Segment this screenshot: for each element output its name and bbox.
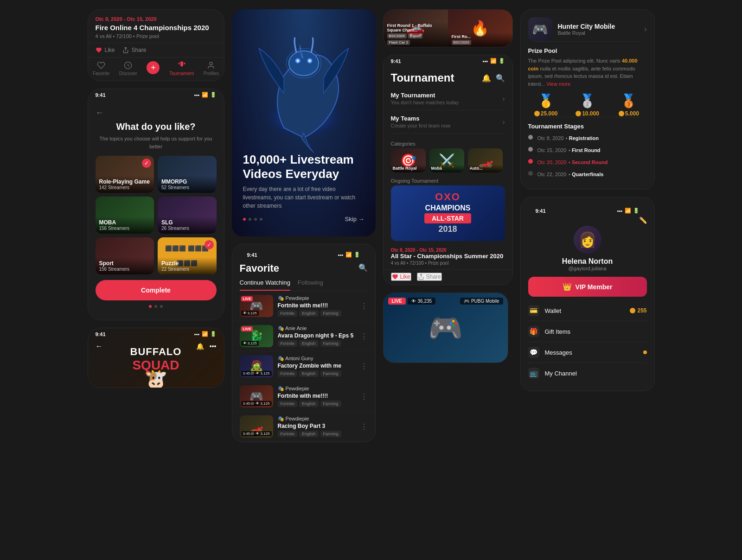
wallet-menu-item[interactable]: 💳 Wallet 255	[528, 300, 647, 321]
banner-content: OXO CHAMPIONS ALL-STAR 2018	[391, 185, 505, 240]
my-teams-info: My Teams Create your first team now	[391, 115, 451, 128]
hunter-city-card: 🎮 Hunter City Mobile Battle Royal › Priz…	[520, 9, 655, 190]
add-plus-icon: +	[147, 61, 160, 74]
share-button[interactable]: Share	[122, 47, 147, 53]
like-label: Like	[105, 47, 115, 53]
genre-rpg[interactable]: Role-Playing Game 142 Streamers ✓	[96, 156, 154, 193]
gift-menu-item[interactable]: 🎁 Gift Items	[528, 321, 647, 342]
signal-3: ▪▪▪	[194, 331, 200, 337]
genre-sport-name: Sport	[99, 260, 151, 267]
stream-item-2: 🐉 LIVE 👁 3,125 🎭 Anie Anie Avara Dragon …	[232, 321, 375, 351]
more-dots-5[interactable]: ⋮	[360, 422, 368, 431]
share-button-tourn[interactable]: Share	[417, 273, 442, 281]
hunter-subtitle: Battle Royal	[558, 30, 615, 36]
genre-rpg-name: Role-Playing Game	[99, 178, 151, 185]
video-grid: 🚗 First Round 1 - Buffalo Square Cham...…	[384, 10, 512, 47]
like-button[interactable]: Like	[96, 47, 115, 53]
hero-skip[interactable]: Skip →	[345, 216, 365, 223]
my-tournament-info: My Tournament You don't have matches tod…	[391, 92, 459, 105]
view-count-3: 👁 3,125	[254, 371, 271, 376]
genre-moba-name: MOBA	[99, 219, 151, 226]
more-dots-4[interactable]: ⋮	[360, 392, 368, 401]
share-label: Share	[132, 47, 147, 53]
status-icons-fav: ▪▪▪ 📶 🔋	[338, 252, 360, 258]
nav-favorite[interactable]: Favorite	[93, 61, 109, 76]
back-button-2[interactable]: ←	[96, 108, 217, 118]
notification-icon-tourn[interactable]: 🔔	[482, 74, 491, 83]
profile-name: Helena Norton	[562, 257, 613, 266]
share-icon	[122, 47, 129, 53]
coin-2	[576, 111, 581, 116]
dot-2	[154, 305, 157, 308]
wallet-label: Wallet	[545, 307, 625, 314]
genre-slg[interactable]: SLG 26 Streamers	[158, 197, 217, 234]
tab-following[interactable]: Following	[298, 279, 323, 291]
more-icon-3[interactable]: •••	[210, 343, 217, 350]
video-cell-overlay-1: First Round 1 - Buffalo Square Cham... B…	[384, 21, 448, 47]
cat-moba[interactable]: ⚔️ Moba	[429, 148, 464, 172]
messages-menu-item[interactable]: 💬 Messages	[528, 342, 647, 363]
view-more-prize[interactable]: View more	[546, 81, 570, 87]
champions-text: CHAMPIONS	[397, 204, 499, 212]
tournament-title: Tournament	[391, 71, 454, 84]
my-tournament-sub: You don't have matches today	[391, 100, 459, 105]
video-cell-2[interactable]: 🔥 First Ro... BSC2020	[448, 10, 512, 47]
ongoing-meta: 4 vs All • 72/100 • Prize pool	[391, 261, 505, 266]
nav-tournament[interactable]: Tournament	[169, 61, 194, 76]
stage-date-3: Otc 20, 2020	[537, 159, 567, 165]
column-4: 🎮 Hunter City Mobile Battle Royal › Priz…	[520, 9, 655, 391]
back-button-3[interactable]: ←	[96, 342, 103, 350]
column-1: Otc 8, 2020 - Otc 15, 2020 Fire Online 4…	[88, 9, 224, 388]
hero-dot-1	[243, 218, 246, 221]
vip-button[interactable]: 👑 VIP Member	[528, 277, 647, 297]
status-time-2: 9:41	[96, 92, 106, 98]
my-teams-item[interactable]: My Teams Create your first team now ›	[391, 110, 505, 134]
video-cell-tags-2: BSC2020	[452, 40, 509, 45]
mychannel-menu-item[interactable]: 📺 My Channel	[528, 363, 647, 383]
nav-add[interactable]: +	[147, 61, 160, 76]
stream-item-4: 🎮 3:45:05 👁 3,125 🎭 Pewdiepie Fortnite w…	[232, 382, 375, 412]
bronze-value: 5.000	[625, 110, 639, 117]
notification-icon-3[interactable]: 🔔	[196, 343, 204, 350]
cat-battle-royal[interactable]: 🎯 Battle Royal	[391, 148, 426, 172]
complete-button[interactable]: Complete	[96, 280, 217, 300]
heart-icon	[96, 47, 102, 53]
hero-desc: Every day there are a lot of free video …	[243, 185, 365, 210]
more-dots-2[interactable]: ⋮	[360, 332, 368, 341]
genre-sport[interactable]: Sport 156 Streamers	[96, 237, 154, 274]
tournament-header: Tournament 🔔 🔍	[384, 67, 512, 87]
nav-discover[interactable]: Discover	[119, 61, 137, 76]
hunter-chevron[interactable]: ›	[644, 25, 646, 33]
fav-tabs: Continue Watching Following	[240, 279, 368, 291]
genre-puzzle[interactable]: ⬛⬛⬛ ⬛⬛⬛ ⬛⬛⬛ Puzzle 22 Streamers ✓	[158, 237, 217, 274]
genre-grid: Role-Playing Game 142 Streamers ✓ MMORPG…	[96, 156, 217, 274]
stage-info-3: Otc 20, 2020 • Second Round	[537, 158, 608, 166]
battery-icon: 🔋	[210, 92, 217, 98]
more-dots-3[interactable]: ⋮	[360, 362, 368, 371]
nav-profiles[interactable]: Profiles	[204, 61, 219, 76]
favorite-card: 9:41 ▪▪▪ 📶 🔋 Favorite 🔍 Continue Watchin…	[232, 244, 376, 442]
year-text: 2018	[397, 224, 499, 234]
tab-continue-watching[interactable]: Continue Watching	[240, 279, 290, 291]
view-count-1: 👁 3,125	[241, 311, 259, 316]
genre-moba[interactable]: MOBA 156 Streamers	[96, 197, 154, 234]
coin-1	[534, 111, 540, 116]
like-button-tourn[interactable]: Like	[391, 273, 411, 281]
separator-1	[536, 41, 640, 42]
edit-icon[interactable]: ✏️	[639, 216, 647, 224]
profile-handle: @gaylord.juliana	[568, 266, 606, 271]
genre-slg-overlay: SLG 26 Streamers	[158, 216, 217, 234]
bronze-amount: 5.000	[619, 110, 639, 117]
video-cell-1[interactable]: 🚗 First Round 1 - Buffalo Square Cham...…	[384, 10, 448, 47]
my-tournament-item[interactable]: My Tournament You don't have matches tod…	[391, 87, 505, 110]
stream-thumb-2: 🐉 LIVE 👁 3,125	[240, 325, 273, 347]
fav-search-icon[interactable]: 🔍	[358, 263, 368, 272]
dot-1	[149, 305, 152, 308]
search-icon-tourn[interactable]: 🔍	[496, 74, 505, 83]
more-dots-1[interactable]: ⋮	[360, 302, 368, 311]
cat-auto[interactable]: 🏎️ Auto...	[468, 148, 503, 172]
live-badge-1: LIVE	[241, 296, 253, 301]
genre-mmorpg[interactable]: MMORPG 52 Streamers	[158, 156, 217, 193]
video-cell-overlay-2: First Ro... BSC2020	[448, 32, 512, 47]
video-grid-card: 🚗 First Round 1 - Buffalo Square Cham...…	[383, 9, 513, 47]
